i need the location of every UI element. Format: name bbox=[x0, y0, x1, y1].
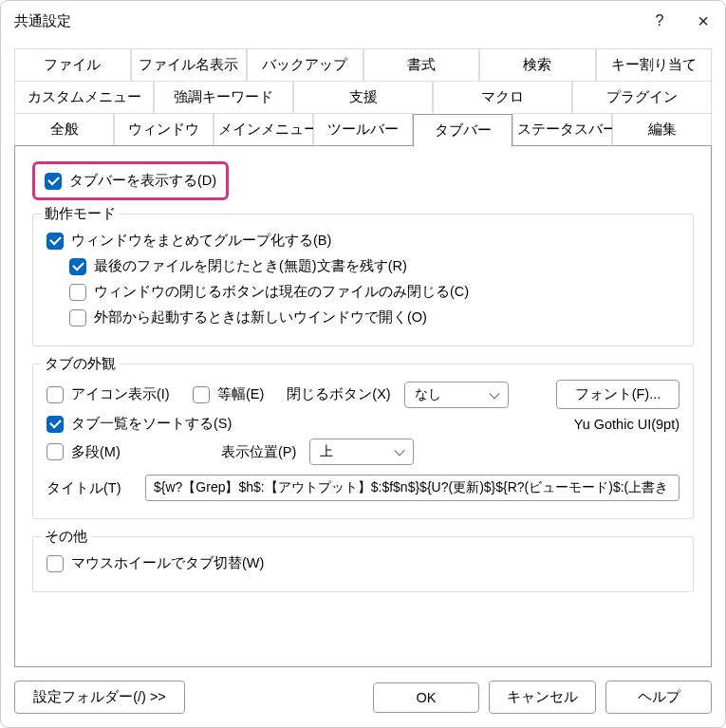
multirow-label: 多段(M) bbox=[71, 443, 121, 461]
sort-tabs-checkbox[interactable]: タブ一覧をソートする(S) bbox=[47, 413, 232, 435]
settings-folder-button[interactable]: 設定フォルダー(/) >> bbox=[14, 681, 185, 714]
tab-custommenu[interactable]: カスタムメニュー bbox=[14, 81, 154, 113]
tab-statusbar[interactable]: ステータスバー bbox=[512, 113, 612, 146]
tab-backup[interactable]: バックアップ bbox=[247, 48, 363, 81]
checkbox-icon bbox=[47, 386, 64, 403]
tab-file[interactable]: ファイル bbox=[14, 48, 131, 81]
appearance-group: タブの外観 アイコン表示(I) 等幅(E) 閉じるボタン(X) なし bbox=[32, 364, 694, 519]
open-new-window-checkbox[interactable]: 外部から起動するときは新しいウインドウで開く(O) bbox=[69, 307, 427, 328]
help-icon[interactable]: ? bbox=[638, 1, 681, 41]
appearance-title: タブの外観 bbox=[41, 355, 120, 373]
checkbox-icon bbox=[69, 284, 86, 301]
sort-tabs-label: タブ一覧をソートする(S) bbox=[71, 415, 232, 433]
dialog-footer: 設定フォルダー(/) >> OK キャンセル ヘルプ bbox=[1, 667, 725, 727]
wheel-switch-checkbox[interactable]: マウスホイールでタブ切替(W) bbox=[47, 552, 264, 574]
checkbox-icon bbox=[45, 173, 62, 190]
show-icon-checkbox[interactable]: アイコン表示(I) bbox=[47, 383, 179, 405]
position-label: 表示位置(P) bbox=[221, 443, 296, 461]
other-title: その他 bbox=[41, 528, 91, 546]
tab-edit[interactable]: 編集 bbox=[612, 113, 712, 146]
tab-tabbar[interactable]: タブバー bbox=[413, 114, 512, 147]
tab-keywords[interactable]: 強調キーワード bbox=[154, 81, 293, 113]
show-tabbar-checkbox[interactable]: タブバーを表示する(D) bbox=[45, 170, 216, 192]
tabbar-panel: タブバーを表示する(D) 動作モード ウィンドウをまとめてグループ化する(B) … bbox=[14, 145, 712, 667]
help-button[interactable]: ヘルプ bbox=[605, 681, 712, 714]
other-group: その他 マウスホイールでタブ切替(W) bbox=[32, 536, 694, 592]
checkbox-icon bbox=[193, 386, 210, 403]
group-windows-checkbox[interactable]: ウィンドウをまとめてグループ化する(B) bbox=[47, 230, 331, 252]
tab-support[interactable]: 支援 bbox=[293, 81, 433, 113]
tab-macro[interactable]: マクロ bbox=[433, 81, 572, 113]
checkbox-icon bbox=[47, 416, 64, 433]
equal-width-label: 等幅(E) bbox=[217, 385, 264, 403]
wheel-switch-label: マウスホイールでタブ切替(W) bbox=[71, 554, 264, 572]
titlebar: 共通設定 ? × bbox=[1, 1, 725, 41]
tab-general[interactable]: 全般 bbox=[14, 113, 114, 146]
behavior-group: 動作モード ウィンドウをまとめてグループ化する(B) 最後のファイルを閉じたとき… bbox=[32, 214, 694, 346]
close-button-select[interactable]: なし bbox=[404, 382, 509, 408]
checkbox-icon bbox=[47, 443, 64, 460]
checkbox-icon bbox=[69, 258, 86, 275]
tab-keybind[interactable]: キー割り当て bbox=[596, 48, 713, 81]
tab-filename[interactable]: ファイル名表示 bbox=[131, 48, 248, 81]
tab-plugin[interactable]: プラグイン bbox=[572, 81, 712, 113]
dialog-title: 共通設定 bbox=[14, 12, 638, 30]
close-current-label: ウィンドウの閉じるボタンは現在のファイルのみ閉じる(C) bbox=[94, 283, 469, 301]
close-icon[interactable]: × bbox=[681, 1, 725, 41]
checkbox-icon bbox=[47, 555, 64, 572]
title-input[interactable]: ${w?【Grep】$h$:【アウトプット】$:$f$n$}${U?(更新)$}… bbox=[145, 475, 679, 501]
show-tabbar-highlight: タブバーを表示する(D) bbox=[32, 161, 229, 200]
tab-format[interactable]: 書式 bbox=[363, 48, 480, 81]
group-windows-label: ウィンドウをまとめてグループ化する(B) bbox=[71, 232, 331, 250]
close-button-label: 閉じるボタン(X) bbox=[287, 385, 390, 403]
keep-untitled-checkbox[interactable]: 最後のファイルを閉じたとき(無題)文書を残す(R) bbox=[69, 255, 407, 277]
multirow-checkbox[interactable]: 多段(M) bbox=[47, 441, 179, 463]
tab-search[interactable]: 検索 bbox=[479, 48, 596, 81]
open-new-window-label: 外部から起動するときは新しいウインドウで開く(O) bbox=[94, 308, 427, 327]
tab-window[interactable]: ウィンドウ bbox=[114, 113, 214, 146]
position-select[interactable]: 上 bbox=[309, 439, 414, 465]
title-label: タイトル(T) bbox=[47, 479, 132, 497]
close-current-checkbox[interactable]: ウィンドウの閉じるボタンは現在のファイルのみ閉じる(C) bbox=[69, 281, 469, 303]
font-display: Yu Gothic UI(9pt) bbox=[574, 417, 679, 432]
dialog-content: ファイル ファイル名表示 バックアップ 書式 検索 キー割り当て カスタムメニュ… bbox=[1, 41, 725, 667]
tab-toolbar[interactable]: ツールバー bbox=[313, 113, 413, 146]
ok-button[interactable]: OK bbox=[373, 682, 479, 713]
tabstrip: ファイル ファイル名表示 バックアップ 書式 検索 キー割り当て カスタムメニュ… bbox=[14, 48, 712, 146]
tab-mainmenu[interactable]: メインメニュー bbox=[214, 113, 313, 146]
show-icon-label: アイコン表示(I) bbox=[71, 385, 170, 403]
checkbox-icon bbox=[47, 233, 64, 250]
checkbox-icon bbox=[69, 309, 86, 327]
cancel-button[interactable]: キャンセル bbox=[489, 681, 596, 714]
equal-width-checkbox[interactable]: 等幅(E) bbox=[193, 383, 264, 405]
show-tabbar-label: タブバーを表示する(D) bbox=[69, 172, 216, 190]
keep-untitled-label: 最後のファイルを閉じたとき(無題)文書を残す(R) bbox=[94, 257, 407, 275]
font-button[interactable]: フォント(F)... bbox=[556, 380, 679, 409]
common-settings-dialog: 共通設定 ? × ファイル ファイル名表示 バックアップ 書式 検索 キー割り当… bbox=[0, 0, 726, 728]
behavior-title: 動作モード bbox=[41, 205, 120, 223]
